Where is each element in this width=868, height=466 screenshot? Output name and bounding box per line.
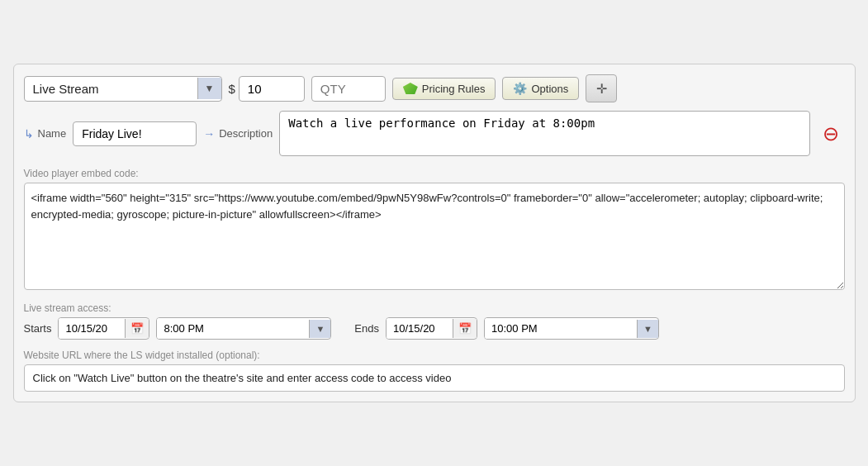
pricing-rules-button[interactable]: Pricing Rules [392,78,496,100]
move-button[interactable]: ✛ [586,74,617,102]
options-label: Options [531,83,568,95]
starts-time-group: ▼ [156,317,331,340]
desc-label-group: → Description [203,127,273,140]
row2: ↳ Name → Description Watch a live perfor… [24,111,845,156]
description-input[interactable]: Watch a live performance on Friday at 8:… [279,111,809,156]
options-button[interactable]: ⚙️ Options [502,77,579,100]
name-input[interactable] [73,121,197,146]
access-section: Live stream access: Starts 📅 ▼ Ends 📅 [24,302,845,340]
delete-icon: ⊖ [823,122,839,145]
ends-time-arrow[interactable]: ▼ [637,320,658,338]
desc-label: Description [219,127,273,140]
chevron-down-icon[interactable]: ▼ [197,78,221,99]
starts-calendar-button[interactable]: 📅 [125,319,149,338]
pricing-rules-label: Pricing Rules [422,83,486,95]
starts-date-input[interactable] [59,318,125,339]
ends-date-group: 📅 [386,317,477,340]
access-section-label: Live stream access: [24,302,845,314]
main-panel: Live Stream ▼ $ Pricing Rules ⚙️ Options… [13,64,856,402]
qty-input[interactable] [311,76,386,102]
price-group: $ [229,76,305,102]
ends-label: Ends [354,322,379,335]
row1: Live Stream ▼ $ Pricing Rules ⚙️ Options… [24,74,845,102]
delete-button[interactable]: ⊖ [817,120,845,148]
calendar-icon-end: 📅 [458,322,472,335]
embed-textarea[interactable]: <iframe width="560" height="315" src="ht… [24,183,845,290]
name-label-group: ↳ Name [24,127,67,140]
desc-arrow-icon: → [203,127,215,140]
ends-date-input[interactable] [387,318,453,339]
starts-time-input[interactable] [157,318,309,339]
embed-section: Video player embed code: <iframe width="… [24,168,845,292]
datetime-row: Starts 📅 ▼ Ends 📅 ▼ [24,317,845,340]
starts-time-arrow[interactable]: ▼ [309,320,330,338]
live-stream-dropdown[interactable]: Live Stream ▼ [24,76,222,102]
url-input[interactable] [24,364,845,392]
calendar-icon: 📅 [130,322,144,335]
embed-section-label: Video player embed code: [24,168,845,179]
gear-icon: ⚙️ [513,82,527,95]
starts-label: Starts [24,322,52,335]
move-icon: ✛ [596,81,607,97]
ends-time-input[interactable] [485,318,637,339]
dollar-sign: $ [229,82,235,96]
ends-time-group: ▼ [484,317,659,340]
price-input[interactable] [239,76,305,102]
url-section: Website URL where the LS widget installe… [24,350,845,392]
dropdown-label: Live Stream [25,77,197,101]
name-label: Name [38,127,67,140]
gem-icon [403,83,418,94]
name-arrow-icon: ↳ [24,127,34,140]
url-section-label: Website URL where the LS widget installe… [24,350,845,361]
starts-date-group: 📅 [58,317,149,340]
ends-calendar-button[interactable]: 📅 [453,319,477,338]
